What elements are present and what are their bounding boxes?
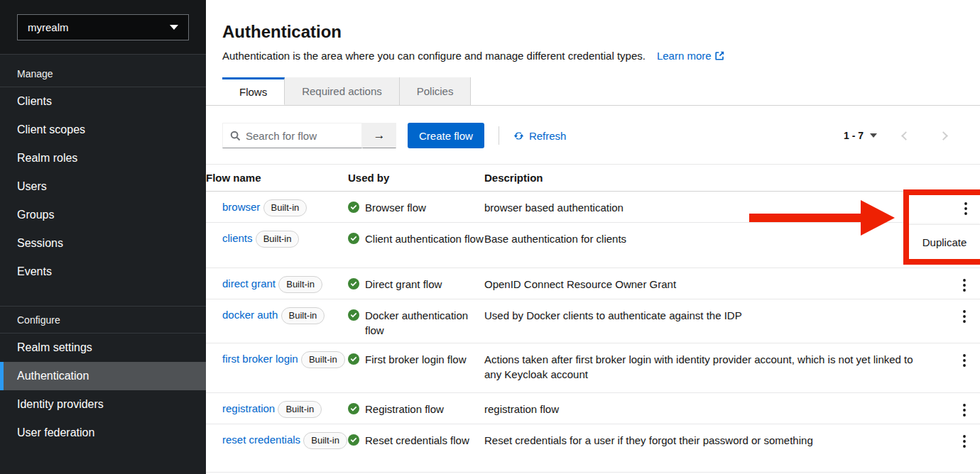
refresh-button[interactable]: Refresh	[513, 130, 567, 142]
column-header-used-by: Used by	[348, 165, 484, 191]
flow-name-link[interactable]: registration	[222, 402, 275, 414]
table-row: registration Built-in Registration flow …	[206, 393, 980, 424]
sidebar-item-user-federation[interactable]: User federation	[0, 419, 206, 447]
annotation-arrow-shaft	[749, 214, 863, 222]
kebab-menu-button[interactable]	[962, 201, 970, 219]
tab-flows[interactable]: Flows	[222, 77, 285, 105]
used-by-cell: Browser flow	[348, 192, 484, 215]
kebab-menu-button[interactable]	[960, 309, 969, 326]
sidebar-item-label: Authentication	[17, 370, 89, 382]
used-by-text: Registration flow	[365, 402, 444, 417]
sidebar-item-groups[interactable]: Groups	[0, 201, 206, 229]
kebab-menu-button[interactable]	[960, 434, 969, 451]
pagination-range-toggle[interactable]: 1 - 7	[844, 130, 877, 141]
create-flow-button[interactable]: Create flow	[408, 123, 484, 148]
refresh-label: Refresh	[529, 130, 567, 142]
sidebar-item-label: Sessions	[17, 237, 63, 250]
search-submit-button[interactable]: →	[362, 123, 396, 148]
flow-name-link[interactable]: clients	[222, 232, 253, 244]
nav-section-title: Manage	[0, 60, 206, 87]
flow-name-link[interactable]: first broker login	[222, 353, 298, 365]
sidebar-item-label: Identity providers	[17, 398, 104, 411]
search-group: →	[222, 123, 396, 148]
page-description-row: Authentication is the area where you can…	[222, 48, 964, 63]
flow-name-link[interactable]: docker auth	[222, 309, 278, 321]
learn-more-link[interactable]: Learn more	[657, 50, 724, 62]
menu-item-duplicate[interactable]: Duplicate	[922, 236, 967, 248]
check-circle-icon	[348, 353, 359, 365]
sidebar-item-sessions[interactable]: Sessions	[0, 229, 206, 258]
used-by-cell: Direct grant flow	[348, 268, 484, 292]
sidebar-item-clients[interactable]: Clients	[0, 87, 206, 116]
sidebar-item-label: Events	[17, 265, 52, 278]
table-row: reset credentials Built-in Reset credent…	[206, 424, 980, 473]
used-by-cell: First broker login flow	[348, 343, 484, 367]
actions-cell	[929, 424, 980, 451]
kebab-icon	[963, 354, 966, 367]
kebab-icon	[964, 202, 967, 215]
used-by-text: Docker authentication flow	[365, 308, 484, 338]
flow-name-cell: reset credentials Built-in	[206, 424, 348, 449]
flow-name-cell: registration Built-in	[206, 393, 348, 418]
used-by-text: Browser flow	[365, 200, 426, 215]
description-cell: registration flow	[484, 393, 929, 417]
nav-section: Manage Clients Client scopes Realm roles…	[0, 60, 206, 286]
page-description: Authentication is the area where you can…	[222, 50, 646, 62]
sidebar-item-label: Users	[17, 180, 47, 193]
sidebar-item-identity-providers[interactable]: Identity providers	[0, 390, 206, 419]
built-in-badge: Built-in	[281, 307, 325, 324]
row-actions-menu: Duplicate	[909, 224, 980, 259]
flow-name-link[interactable]: browser	[222, 201, 260, 213]
chevron-right-icon	[939, 131, 948, 140]
check-circle-icon	[348, 202, 359, 213]
nav-section: Configure Realm settings Authentication …	[0, 306, 206, 447]
sidebar-item-realm-roles[interactable]: Realm roles	[0, 144, 206, 172]
tab-required-actions[interactable]: Required actions	[285, 77, 400, 105]
page-title: Authentication	[222, 21, 964, 43]
used-by-cell: Client authentication flow	[348, 223, 484, 246]
annotation-kebab-row	[909, 195, 980, 224]
pagination-next-button[interactable]	[935, 127, 952, 145]
sidebar-item-authentication[interactable]: Authentication	[0, 362, 206, 390]
built-in-badge: Built-in	[256, 231, 300, 248]
flow-name-link[interactable]: direct grant	[222, 277, 276, 290]
tab-label: Required actions	[302, 85, 382, 97]
sidebar-item-label: Client scopes	[17, 123, 85, 136]
page-header: Authentication Authentication is the are…	[206, 0, 980, 63]
used-by-text: Reset credentials flow	[365, 433, 469, 448]
flow-name-cell: first broker login Built-in	[206, 343, 348, 368]
toolbar-divider	[499, 126, 499, 145]
sidebar-item-users[interactable]: Users	[0, 172, 206, 201]
used-by-cell: Registration flow	[348, 393, 484, 417]
table-row: docker auth Built-in Docker authenticati…	[206, 299, 980, 343]
pagination-prev-button[interactable]	[897, 127, 915, 145]
actions-cell	[929, 343, 980, 370]
sidebar-item-label: Realm settings	[17, 341, 92, 354]
kebab-menu-button[interactable]	[960, 353, 969, 370]
actions-cell	[929, 299, 980, 326]
built-in-badge: Built-in	[278, 401, 322, 418]
sidebar-item-events[interactable]: Events	[0, 258, 206, 286]
flow-name-cell: direct grant Built-in	[206, 268, 348, 293]
kebab-menu-button[interactable]	[960, 402, 969, 420]
realm-selector[interactable]: myrealm	[17, 14, 189, 40]
tab-bar: Flows Required actions Policies	[206, 77, 980, 106]
annotation-arrow-head	[861, 200, 895, 236]
column-header-flow-name: Flow name	[206, 165, 348, 191]
search-input[interactable]	[246, 130, 354, 142]
sidebar-item-realm-settings[interactable]: Realm settings	[0, 334, 206, 362]
sidebar-item-label: Clients	[17, 95, 52, 108]
sidebar-item-client-scopes[interactable]: Client scopes	[0, 116, 206, 144]
sidebar-item-label: Realm roles	[17, 152, 77, 165]
check-circle-icon	[348, 278, 359, 290]
kebab-icon	[963, 435, 966, 448]
description-cell: Reset credentials for a user if they for…	[484, 424, 929, 448]
actions-cell	[929, 393, 980, 420]
flow-name-link[interactable]: reset credentials	[222, 434, 300, 446]
kebab-icon	[963, 404, 966, 417]
check-circle-icon	[348, 434, 359, 446]
app-root: myrealm Manage Clients Client scopes Rea…	[0, 0, 980, 474]
kebab-menu-button[interactable]	[960, 277, 969, 295]
tab-policies[interactable]: Policies	[400, 77, 472, 105]
tab-label: Flows	[239, 86, 267, 98]
